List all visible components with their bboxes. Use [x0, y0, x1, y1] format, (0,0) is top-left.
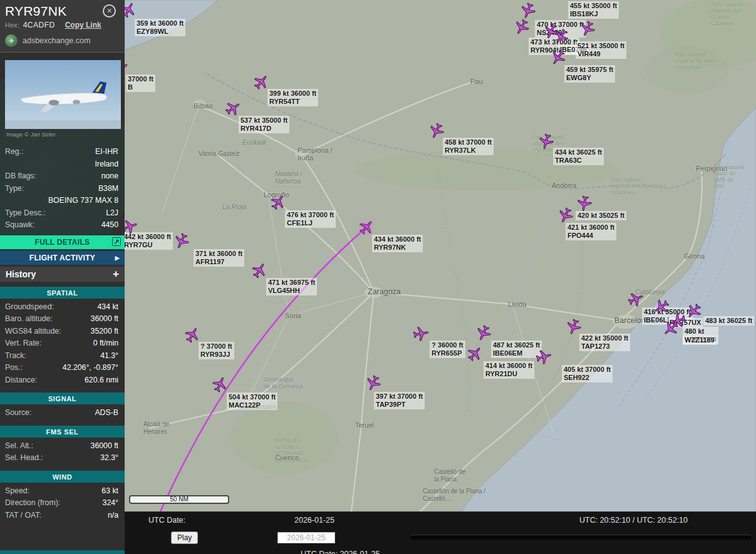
plane-icon: [426, 120, 448, 142]
aircraft-label[interactable]: 37000 ftB: [126, 74, 155, 92]
aircraft-label[interactable]: 371 kt 36000 ftAFR1197: [194, 249, 244, 267]
aircraft-marker[interactable]: [225, 100, 241, 116]
aircraft-label[interactable]: 414 kt 36000 ftRYR21DU: [484, 361, 534, 379]
aircraft-photo[interactable]: [5, 60, 121, 129]
aircraft-marker[interactable]: [212, 376, 228, 392]
full-details-button[interactable]: FULL DETAILS ↗: [0, 235, 125, 249]
aircraft-label[interactable]: 421 kt 36000 ftFPO444: [566, 223, 616, 240]
aircraft-label[interactable]: 504 kt 37000 ftMAC122P: [227, 392, 277, 410]
aircraft-callsign: CFE1LJ: [287, 219, 334, 227]
aircraft-label[interactable]: 521 kt 35000 ftVIR449: [576, 41, 626, 59]
aircraft-marker[interactable]: [270, 194, 286, 210]
map-region[interactable]: BilbaoPauPamplona / IruñaEuskadiVitoria-…: [125, 0, 756, 554]
aircraft-speed-alt: 537 kt 35000 ft: [241, 116, 287, 125]
aircraft-label[interactable]: 458 kt 37000 ftRYR37LK: [443, 138, 494, 155]
plane-icon: [222, 97, 244, 120]
play-button[interactable]: Play: [171, 531, 198, 544]
info-row: Sel. Head.:32.3°: [0, 452, 125, 464]
aircraft-label[interactable]: ? 36000 ftRYR655P: [430, 341, 465, 358]
aircraft-label[interactable]: 434 kt 36025 ftTRA63C: [553, 148, 604, 165]
aircraft-label[interactable]: 397 kt 37000 ftTAP39PT: [374, 392, 425, 409]
info-row: TAT / OAT:n/a: [0, 510, 125, 522]
brand-name[interactable]: adsbexchange.com: [23, 36, 90, 45]
flight-activity-button[interactable]: FLIGHT ACTIVITY ▶: [0, 251, 125, 265]
aircraft-marker[interactable]: [125, 61, 129, 77]
info-row: Vert. Rate:0 ft/min: [0, 337, 125, 350]
aircraft-marker[interactable]: [550, 49, 566, 66]
aircraft-marker[interactable]: [413, 326, 429, 342]
info-value: none: [36, 172, 118, 182]
plus-icon[interactable]: +: [113, 268, 119, 280]
aircraft-speed-alt: 421 kt 36000 ft: [567, 223, 614, 232]
aircraft-label[interactable]: 422 kt 35000 ftTAP1273: [579, 334, 630, 351]
aircraft-marker[interactable]: [557, 207, 574, 223]
info-value: BOEING 737 MAX 8: [5, 196, 118, 206]
close-icon[interactable]: ×: [103, 4, 116, 18]
timeline-date-input[interactable]: [277, 532, 335, 543]
aircraft-marker[interactable]: [520, 3, 536, 19]
aircraft-marker[interactable]: [125, 2, 137, 18]
info-label: Sel. Alt.:: [5, 441, 33, 451]
timeline-slider[interactable]: [410, 535, 752, 540]
aircraft-label[interactable]: 405 kt 37000 ftSEH922: [562, 365, 613, 382]
aircraft-label[interactable]: 483 kt 36025 ft: [703, 316, 754, 326]
aircraft-marker[interactable]: [173, 233, 190, 249]
info-label: Source:: [5, 408, 31, 418]
aircraft-label[interactable]: 476 kt 37000 ftCFE1LJ: [285, 210, 336, 228]
aircraft-speed-alt: 37000 ft: [128, 75, 153, 83]
section-header[interactable]: SPATIAL: [0, 287, 125, 299]
aircraft-marker[interactable]: [566, 319, 582, 335]
aircraft-label[interactable]: 420 kt 35025 ft: [576, 211, 626, 220]
aircraft-marker[interactable]: [553, 28, 569, 44]
aircraft-marker[interactable]: [365, 375, 381, 391]
aircraft-marker[interactable]: [538, 133, 554, 150]
aircraft-marker[interactable]: [663, 321, 679, 337]
aircraft-speed-alt: 422 kt 35000 ft: [581, 334, 628, 342]
copy-link[interactable]: Copy Link: [65, 21, 101, 29]
aircraft-marker[interactable]: [579, 21, 596, 37]
aircraft-label[interactable]: 471 kt 36975 ftVLG45HH: [266, 278, 317, 295]
section-header[interactable]: WIND: [0, 471, 125, 483]
aircraft-marker-selected[interactable]: [358, 219, 375, 235]
info-label: Type:: [5, 184, 24, 194]
aircraft-marker[interactable]: [686, 303, 702, 319]
aircraft-marker[interactable]: [467, 346, 483, 362]
aircraft-marker[interactable]: [253, 74, 269, 90]
info-value: 35200 ft: [61, 327, 118, 337]
aircraft-callsign: RYR7GU: [125, 241, 171, 249]
aircraft-marker[interactable]: [653, 299, 670, 315]
aircraft-marker[interactable]: [184, 327, 200, 343]
aircraft-callsign: RYR54TT: [269, 98, 316, 106]
history-header[interactable]: History +: [0, 267, 125, 282]
info-row: Ireland: [0, 158, 125, 171]
aircraft-marker[interactable]: [628, 291, 644, 307]
aircraft-marker[interactable]: [576, 195, 593, 212]
plane-icon: [363, 372, 385, 394]
aircraft-label[interactable]: 455 kt 35000 ftIBS18KJ: [568, 1, 619, 19]
aircraft-label[interactable]: 434 kt 36000 ftRYR97NK: [372, 235, 423, 252]
aircraft-label[interactable]: 459 kt 35975 ftEWG8Y: [564, 65, 615, 83]
aircraft-label[interactable]: ? 37000 ftRYR93JJ: [199, 342, 234, 359]
aircraft-label[interactable]: 359 kt 36000 ftEZY89WL: [135, 19, 185, 36]
section-header[interactable]: SIGNAL: [0, 392, 125, 404]
aircraft-marker[interactable]: [475, 325, 492, 341]
aircraft-marker[interactable]: [514, 19, 530, 35]
info-row: Baro. altitude:36000 ft: [0, 313, 125, 326]
info-label: Squawk:: [5, 220, 34, 230]
aircraft-label[interactable]: 399 kt 36000 ftRYR54TT: [267, 89, 318, 106]
plane-icon: [355, 216, 378, 239]
aircraft-marker[interactable]: [125, 218, 138, 235]
aircraft-label[interactable]: 537 kt 35000 ftRYR417D: [239, 116, 289, 133]
aircraft-label[interactable]: WZZ1189: [683, 336, 717, 345]
info-row: DB flags:none: [0, 170, 125, 183]
aircraft-marker[interactable]: [251, 262, 267, 279]
info-value: 324°: [60, 498, 118, 508]
panel-header: RYR97NK × Hex: 4CADFD Copy Link ✈ adsbex…: [0, 0, 125, 53]
aircraft-marker[interactable]: [428, 123, 445, 139]
plane-icon: [660, 317, 683, 341]
plane-icon: [250, 71, 273, 94]
section-header[interactable]: FMS SEL: [0, 426, 125, 438]
aircraft-marker[interactable]: [536, 349, 552, 365]
aircraft-label[interactable]: 442 kt 36000 ftRYR7GU: [125, 232, 173, 250]
aircraft-info-rows: Reg.:EI-IHRIrelandDB flags:noneType:B38M…: [0, 146, 125, 232]
